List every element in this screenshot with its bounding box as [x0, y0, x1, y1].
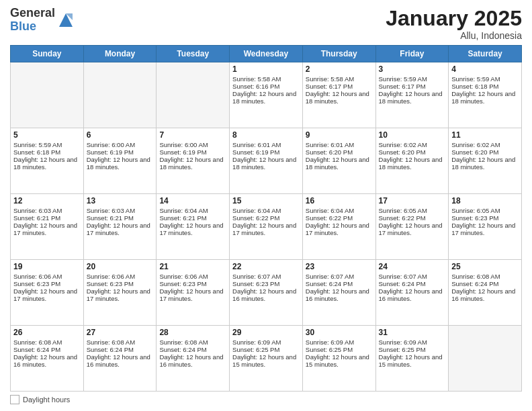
logo-blue: Blue: [10, 19, 36, 33]
calendar-cell: 28Sunrise: 6:08 AMSunset: 6:24 PMDayligh…: [157, 326, 230, 392]
cell-text: Daylight: 12 hours and 18 minutes.: [451, 90, 519, 105]
cell-text: Sunset: 6:21 PM: [13, 214, 81, 222]
location: Allu, Indonesia: [386, 30, 522, 41]
cell-text: Sunset: 6:16 PM: [232, 83, 300, 90]
day-number: 13: [87, 196, 154, 205]
cell-text: Sunset: 6:23 PM: [87, 280, 154, 287]
calendar-cell: 7Sunrise: 6:00 AMSunset: 6:19 PMDaylight…: [157, 128, 230, 194]
cell-text: Sunset: 6:22 PM: [379, 214, 446, 222]
cell-text: Sunrise: 6:08 AM: [13, 338, 81, 346]
day-number: 2: [306, 64, 373, 74]
calendar-week-row: 1Sunrise: 5:58 AMSunset: 6:16 PMDaylight…: [11, 62, 522, 128]
cell-text: Sunrise: 6:05 AM: [379, 207, 446, 214]
day-number: 29: [232, 328, 300, 337]
day-number: 30: [306, 328, 373, 337]
day-number: 16: [306, 196, 373, 205]
cell-text: Sunset: 6:17 PM: [306, 83, 373, 90]
cell-text: Sunset: 6:22 PM: [232, 214, 300, 222]
calendar-day-header: Saturday: [449, 46, 522, 62]
calendar-week-row: 5Sunrise: 5:59 AMSunset: 6:18 PMDaylight…: [11, 128, 522, 194]
calendar-cell: 6Sunrise: 6:00 AMSunset: 6:19 PMDaylight…: [83, 128, 157, 194]
cell-text: Daylight: 12 hours and 17 minutes.: [13, 287, 81, 302]
cell-text: Daylight: 12 hours and 17 minutes.: [159, 287, 226, 302]
cell-text: Daylight: 12 hours and 18 minutes.: [306, 90, 373, 105]
cell-text: Sunrise: 5:58 AM: [232, 75, 300, 83]
cell-text: Sunset: 6:17 PM: [379, 83, 446, 90]
cell-text: Daylight: 12 hours and 15 minutes.: [306, 353, 373, 368]
logo: General Blue: [10, 7, 75, 34]
calendar-cell: [157, 62, 230, 128]
cell-text: Sunset: 6:21 PM: [159, 214, 226, 222]
day-number: 3: [379, 64, 446, 74]
cell-text: Sunrise: 6:03 AM: [87, 207, 154, 214]
cell-text: Sunset: 6:21 PM: [87, 214, 154, 222]
calendar-day-header: Sunday: [11, 46, 84, 62]
page: General Blue January 2025 Allu, Indonesi…: [0, 0, 532, 411]
day-number: 8: [232, 130, 300, 140]
cell-text: Daylight: 12 hours and 18 minutes.: [87, 156, 154, 171]
footer-label: Daylight hours: [23, 396, 70, 404]
calendar-cell: 3Sunrise: 5:59 AMSunset: 6:17 PMDaylight…: [375, 62, 449, 128]
calendar-cell: 4Sunrise: 5:59 AMSunset: 6:18 PMDaylight…: [449, 62, 522, 128]
calendar-cell: 24Sunrise: 6:07 AMSunset: 6:24 PMDayligh…: [375, 260, 449, 326]
day-number: 26: [13, 328, 81, 337]
cell-text: Daylight: 12 hours and 18 minutes.: [379, 90, 446, 105]
cell-text: Sunrise: 5:59 AM: [379, 75, 446, 83]
calendar-cell: 26Sunrise: 6:08 AMSunset: 6:24 PMDayligh…: [11, 326, 84, 392]
cell-text: Sunrise: 6:01 AM: [232, 141, 300, 148]
day-number: 31: [379, 328, 446, 337]
logo-general: General: [10, 6, 55, 19]
calendar-cell: 13Sunrise: 6:03 AMSunset: 6:21 PMDayligh…: [83, 194, 157, 260]
cell-text: Sunset: 6:22 PM: [306, 214, 373, 222]
cell-text: Daylight: 12 hours and 18 minutes.: [159, 156, 226, 171]
cell-text: Daylight: 12 hours and 17 minutes.: [306, 222, 373, 236]
calendar-cell: 10Sunrise: 6:02 AMSunset: 6:20 PMDayligh…: [375, 128, 449, 194]
day-number: 28: [159, 328, 226, 337]
cell-text: Sunset: 6:24 PM: [306, 280, 373, 287]
day-number: 10: [379, 130, 446, 140]
cell-text: Sunset: 6:24 PM: [13, 346, 81, 353]
cell-text: Sunrise: 6:05 AM: [451, 207, 519, 214]
day-number: 22: [232, 262, 300, 271]
day-number: 11: [451, 130, 519, 140]
calendar-cell: 17Sunrise: 6:05 AMSunset: 6:22 PMDayligh…: [375, 194, 449, 260]
cell-text: Daylight: 12 hours and 17 minutes.: [13, 222, 81, 236]
day-number: 17: [379, 196, 446, 205]
cell-text: Sunrise: 6:07 AM: [379, 273, 446, 280]
day-number: 18: [451, 196, 519, 205]
cell-text: Daylight: 12 hours and 17 minutes.: [159, 222, 226, 236]
day-number: 19: [13, 262, 81, 271]
calendar-week-row: 19Sunrise: 6:06 AMSunset: 6:23 PMDayligh…: [11, 260, 522, 326]
month-title: January 2025: [386, 7, 522, 30]
calendar-day-header: Wednesday: [230, 46, 303, 62]
day-number: 23: [306, 262, 373, 271]
calendar-cell: 18Sunrise: 6:05 AMSunset: 6:23 PMDayligh…: [449, 194, 522, 260]
logo-icon: [56, 11, 75, 30]
cell-text: Sunrise: 6:04 AM: [306, 207, 373, 214]
cell-text: Sunset: 6:23 PM: [232, 280, 300, 287]
cell-text: Sunrise: 6:06 AM: [13, 273, 81, 280]
cell-text: Sunrise: 6:08 AM: [451, 273, 519, 280]
cell-text: Sunrise: 6:09 AM: [306, 338, 373, 346]
cell-text: Sunset: 6:24 PM: [451, 280, 519, 287]
day-number: 21: [159, 262, 226, 271]
cell-text: Daylight: 12 hours and 15 minutes.: [379, 353, 446, 368]
day-number: 1: [232, 64, 300, 74]
calendar-cell: 1Sunrise: 5:58 AMSunset: 6:16 PMDaylight…: [230, 62, 303, 128]
calendar-cell: [83, 62, 157, 128]
footer: Daylight hours: [10, 395, 522, 404]
calendar-cell: 30Sunrise: 6:09 AMSunset: 6:25 PMDayligh…: [302, 326, 375, 392]
calendar-header-row: SundayMondayTuesdayWednesdayThursdayFrid…: [11, 46, 522, 62]
cell-text: Daylight: 12 hours and 17 minutes.: [451, 222, 519, 236]
cell-text: Sunrise: 6:06 AM: [159, 273, 226, 280]
cell-text: Sunset: 6:24 PM: [379, 280, 446, 287]
calendar-cell: 20Sunrise: 6:06 AMSunset: 6:23 PMDayligh…: [83, 260, 157, 326]
cell-text: Daylight: 12 hours and 16 minutes.: [451, 287, 519, 302]
cell-text: Sunrise: 6:07 AM: [306, 273, 373, 280]
cell-text: Sunset: 6:25 PM: [232, 346, 300, 353]
calendar-cell: [449, 326, 522, 392]
calendar-cell: 14Sunrise: 6:04 AMSunset: 6:21 PMDayligh…: [157, 194, 230, 260]
cell-text: Sunset: 6:20 PM: [306, 148, 373, 156]
cell-text: Sunset: 6:19 PM: [232, 148, 300, 156]
cell-text: Sunrise: 6:09 AM: [379, 338, 446, 346]
